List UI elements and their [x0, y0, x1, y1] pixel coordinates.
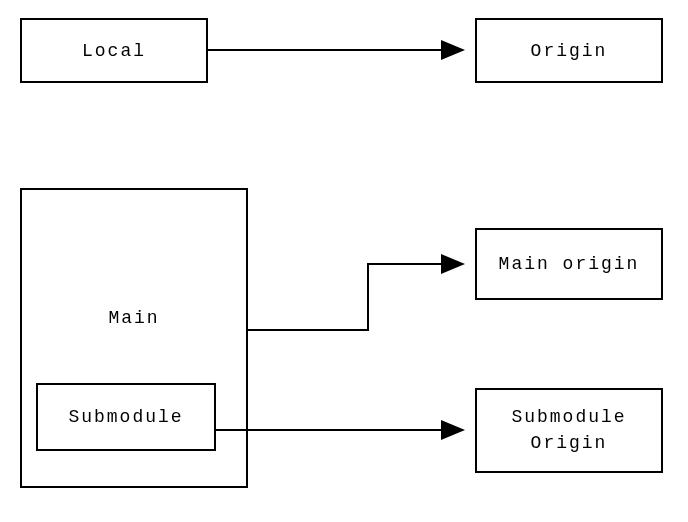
submodule-origin-label: Submodule Origin: [511, 405, 626, 455]
main-origin-label: Main origin: [499, 254, 640, 274]
arrow-submodule-to-submodule-origin: [216, 420, 475, 440]
origin-box: Origin: [475, 18, 663, 83]
main-origin-box: Main origin: [475, 228, 663, 300]
origin-label: Origin: [531, 41, 608, 61]
main-label: Main: [22, 308, 246, 328]
submodule-box: Submodule: [36, 383, 216, 451]
local-box: Local: [20, 18, 208, 83]
submodule-label: Submodule: [68, 407, 183, 427]
local-label: Local: [82, 41, 146, 61]
arrow-local-to-origin: [208, 40, 475, 60]
submodule-origin-box: Submodule Origin: [475, 388, 663, 473]
arrow-main-to-main-origin: [248, 250, 475, 340]
